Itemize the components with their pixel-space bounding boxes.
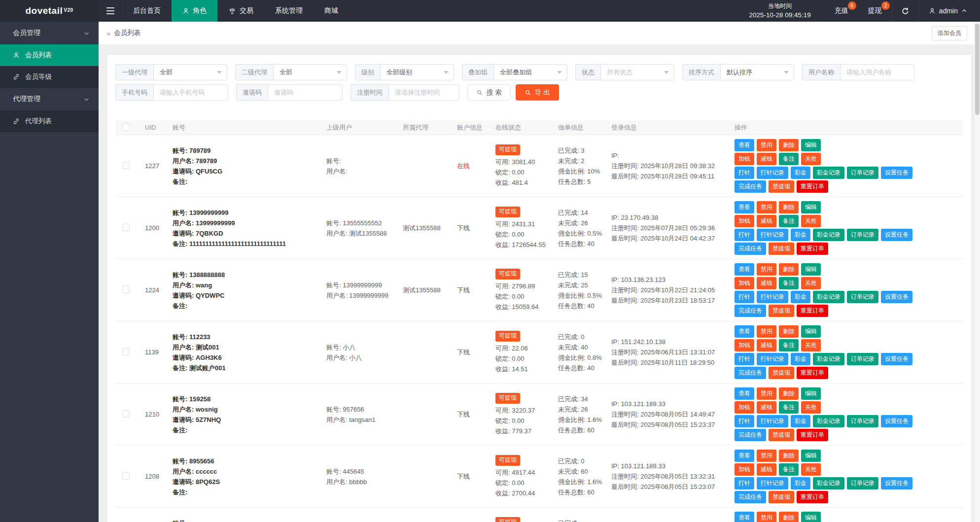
action-button[interactable]: 打针: [735, 167, 754, 179]
action-button[interactable]: 删除: [779, 139, 799, 151]
action-button[interactable]: 彩金: [791, 291, 810, 303]
action-button[interactable]: 彩金记录: [813, 291, 844, 303]
action-button[interactable]: 打针记录: [757, 415, 788, 427]
row-checkbox[interactable]: [122, 224, 130, 231]
sidebar-item-member-list[interactable]: 会员列表: [0, 44, 99, 66]
action-button[interactable]: 订单记录: [847, 229, 878, 241]
action-button[interactable]: 设置任务: [881, 167, 912, 179]
action-button[interactable]: 完成任务: [735, 491, 766, 503]
action-button[interactable]: 打针: [735, 415, 754, 427]
action-button[interactable]: 编辑: [801, 512, 821, 522]
vertical-scrollbar[interactable]: [974, 22, 980, 522]
action-button[interactable]: 加钱: [735, 463, 754, 476]
action-button[interactable]: 禁用: [757, 450, 776, 462]
action-button[interactable]: 删除: [779, 201, 799, 213]
admin-menu[interactable]: admin: [919, 0, 980, 22]
level-select[interactable]: 全部级别: [380, 64, 454, 80]
sidebar-item-member-level[interactable]: 会员等级: [0, 66, 99, 88]
action-button[interactable]: 设置任务: [881, 353, 912, 365]
action-button[interactable]: 彩金记录: [813, 353, 844, 365]
action-button[interactable]: 删除: [779, 512, 799, 522]
username-input[interactable]: [840, 64, 915, 80]
tab-mall[interactable]: 商城: [314, 0, 349, 22]
action-button[interactable]: 备注: [779, 153, 799, 165]
action-button[interactable]: 设置任务: [881, 229, 912, 241]
action-button[interactable]: 删除: [779, 387, 799, 400]
action-button[interactable]: 查看: [735, 325, 754, 338]
action-button[interactable]: 编辑: [801, 139, 821, 151]
action-button[interactable]: 彩金: [791, 415, 810, 427]
action-button[interactable]: 减钱: [757, 463, 776, 476]
action-button[interactable]: 减钱: [757, 215, 776, 227]
action-button[interactable]: 减钱: [757, 277, 776, 289]
action-button[interactable]: 备注: [779, 401, 799, 414]
action-button[interactable]: 编辑: [801, 201, 821, 213]
action-button[interactable]: 打针记录: [757, 167, 788, 179]
action-button[interactable]: 关抢: [801, 277, 821, 289]
action-button[interactable]: 订单记录: [847, 415, 878, 427]
action-button[interactable]: 禁用: [757, 201, 776, 213]
action-button[interactable]: 编辑: [801, 325, 821, 338]
action-button[interactable]: 禁用: [757, 325, 776, 338]
action-button[interactable]: 重置订单: [797, 491, 828, 503]
action-button[interactable]: 设置任务: [881, 291, 912, 303]
export-button[interactable]: 导 出: [516, 84, 559, 101]
action-button[interactable]: 备注: [779, 215, 799, 227]
action-button[interactable]: 订单记录: [847, 353, 878, 365]
action-button[interactable]: 查看: [735, 139, 754, 151]
action-button[interactable]: 关抢: [801, 153, 821, 165]
action-button[interactable]: 订单记录: [847, 477, 878, 489]
row-checkbox[interactable]: [122, 472, 130, 480]
action-button[interactable]: 加钱: [735, 277, 754, 289]
action-button[interactable]: 打针记录: [757, 353, 788, 365]
action-button[interactable]: 完成任务: [735, 305, 766, 317]
row-checkbox[interactable]: [122, 286, 130, 293]
row-checkbox[interactable]: [122, 348, 130, 355]
tab-roles[interactable]: 角色: [172, 0, 217, 22]
action-button[interactable]: 禁用: [757, 387, 776, 400]
sidebar-item-agent-list[interactable]: 代理列表: [0, 110, 99, 132]
action-button[interactable]: 关抢: [801, 463, 821, 476]
search-button[interactable]: 搜 索: [467, 84, 511, 101]
action-button[interactable]: 设置任务: [881, 477, 912, 489]
register-time-input[interactable]: [388, 84, 459, 101]
action-button[interactable]: 关抢: [801, 401, 821, 414]
sidebar-group-member-management[interactable]: 会员管理: [0, 22, 99, 44]
action-button[interactable]: 查看: [735, 512, 754, 522]
action-button[interactable]: 禁提现: [769, 180, 794, 193]
agent2-select[interactable]: 全部: [273, 64, 347, 80]
add-member-button[interactable]: 添加会员: [932, 26, 967, 40]
select-all-checkbox[interactable]: [122, 123, 130, 131]
tab-trade[interactable]: 交易: [217, 0, 264, 22]
action-button[interactable]: 查看: [735, 450, 754, 462]
action-button[interactable]: 备注: [779, 463, 799, 476]
action-button[interactable]: 减钱: [757, 153, 776, 165]
action-button[interactable]: 禁用: [757, 512, 776, 522]
action-button[interactable]: 彩金记录: [813, 167, 844, 179]
action-button[interactable]: 备注: [779, 339, 799, 351]
action-button[interactable]: 打针记录: [757, 477, 788, 489]
withdraw-menu[interactable]: 提现 2: [858, 0, 892, 22]
action-button[interactable]: 加钱: [735, 153, 754, 165]
action-button[interactable]: 重置订单: [797, 367, 828, 379]
stack-group-select[interactable]: 全部叠加组: [493, 64, 567, 80]
action-button[interactable]: 设置任务: [881, 415, 912, 427]
action-button[interactable]: 编辑: [801, 263, 821, 276]
action-button[interactable]: 禁提现: [769, 305, 794, 317]
action-button[interactable]: 查看: [735, 263, 754, 276]
action-button[interactable]: 打针: [735, 353, 754, 365]
action-button[interactable]: 打针: [735, 477, 754, 489]
action-button[interactable]: 完成任务: [735, 429, 766, 441]
action-button[interactable]: 打针记录: [757, 229, 788, 241]
action-button[interactable]: 删除: [779, 450, 799, 462]
action-button[interactable]: 查看: [735, 387, 754, 400]
action-button[interactable]: 禁提现: [769, 243, 794, 255]
action-button[interactable]: 减钱: [757, 339, 776, 351]
action-button[interactable]: 打针: [735, 291, 754, 303]
action-button[interactable]: 关抢: [801, 215, 821, 227]
tab-system[interactable]: 系统管理: [264, 0, 314, 22]
action-button[interactable]: 打针: [735, 229, 754, 241]
sidebar-group-agent-management[interactable]: 代理管理: [0, 88, 99, 110]
action-button[interactable]: 重置订单: [797, 243, 828, 255]
action-button[interactable]: 减钱: [757, 401, 776, 414]
